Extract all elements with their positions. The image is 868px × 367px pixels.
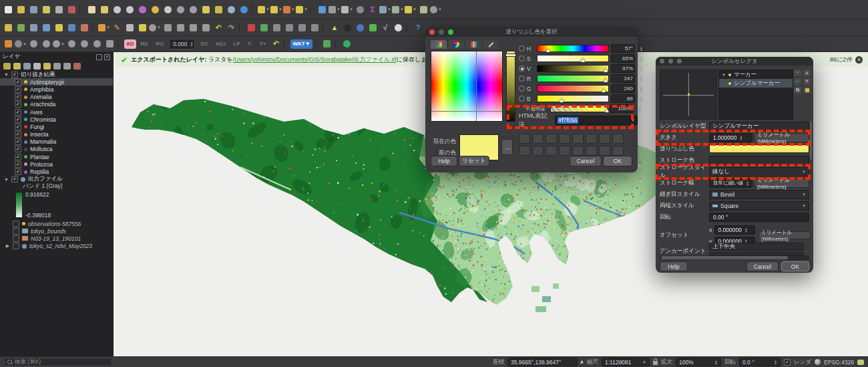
swatch-slot[interactable] [586,146,597,156]
trace-digitizing-icon[interactable]: ▼ [53,38,65,50]
offset-unit-combo[interactable]: ミリメートル (Millimeters) [758,231,811,239]
adjustment-adj[interactable]: ADJ [212,39,228,49]
layer-item-mammalia[interactable]: ✓Mammalia [0,138,113,146]
layer-checkbox[interactable]: ✓ [11,176,18,182]
help-icon[interactable]: ? [412,21,424,33]
scale-combo[interactable]: 1:1128081▼ [602,358,650,366]
color-square[interactable] [431,51,503,122]
stroke-style-combo[interactable]: 線なし▼ [709,167,809,176]
layer-item-mollusca[interactable]: ✓Mollusca [0,146,113,153]
topology-checker-2-icon[interactable] [40,38,52,50]
layer-checkbox[interactable]: ✓ [15,79,21,86]
panel-close-icon[interactable]: ✕ [104,54,110,60]
symbol-tree-marker-row[interactable]: ▼ マーカー [719,70,793,79]
ok-button[interactable]: OK [603,156,632,166]
add-wms-layer-icon[interactable] [78,21,90,33]
magnifier-value[interactable]: 100%▲▼ [676,358,721,366]
globe-plugin-icon[interactable] [341,21,353,33]
show-bookmarks-icon[interactable] [212,3,224,15]
collapse-all-icon[interactable] [63,63,71,70]
swatch-slot[interactable] [532,146,544,156]
layer-item-insecta[interactable]: ✓Insecta [0,131,113,138]
layer-item-output-file[interactable]: ▼✓出力ファイル [0,176,113,183]
crs-value[interactable]: EPSG:4326 [824,359,854,366]
select-features-icon[interactable]: ▼ [258,3,270,15]
histogram-tool-icon[interactable] [392,21,404,33]
ndvi-plugin-icon[interactable] [367,21,379,33]
layer-checkbox[interactable]: ✓ [15,154,21,160]
annotation-text-icon[interactable] [270,21,282,33]
redo-icon[interactable]: ↷ [225,21,237,33]
symbol-tree-simple-marker-row[interactable]: シンプルマーカー [719,79,793,88]
new-project-icon[interactable] [2,3,14,15]
ok-button[interactable]: OK [781,261,809,271]
swatch-slot[interactable] [612,146,624,156]
g-slider-radio[interactable] [519,86,525,92]
render-checkbox[interactable]: ✓ [784,359,791,366]
size-unit-combo[interactable]: ミリメートル (Millimeters) [754,133,809,142]
open-layer-styling-icon[interactable] [3,63,11,70]
open-project-icon[interactable] [15,3,27,15]
remove-layer-icon[interactable] [73,63,81,70]
move-down-button[interactable]: ▼ [803,78,811,85]
locator-search-input[interactable]: 検索 (⌘K) [4,358,112,366]
swatch-slot[interactable] [586,134,597,144]
add-feature-icon[interactable] [136,21,148,33]
manage-map-themes-icon[interactable] [23,63,31,70]
filter-by-expression-icon[interactable] [43,63,51,70]
rotation-value[interactable]: 0.0 °▲▼ [739,358,781,366]
topology-checker-1-icon[interactable] [27,38,39,50]
v-slider[interactable] [537,65,609,72]
b-slider[interactable] [537,95,609,102]
save-edits-icon[interactable] [124,21,136,33]
toggle-editing-icon[interactable]: ✎ [111,21,123,33]
v-slider-radio[interactable] [519,66,525,72]
tab-color-square[interactable] [431,40,447,49]
h-slider[interactable] [537,45,609,52]
annotation-line-icon[interactable] [283,21,295,33]
size-spinner[interactable]: 1.000000▲▼ [709,133,752,142]
annotation-marker-icon[interactable] [308,21,320,33]
new-report-icon[interactable] [53,3,65,15]
swatch-slot[interactable] [599,134,610,144]
add-delimited-text-icon[interactable] [53,21,65,33]
angle-value-spinner[interactable]: 0.000▲▼ [169,39,195,49]
layer-checkbox[interactable] [13,235,19,242]
attribute-table-icon[interactable]: ▼ [379,3,391,15]
run-feature-action-icon[interactable]: ▼ [329,3,341,15]
cut-features-icon[interactable] [174,21,186,33]
add-symbol-layer-button[interactable]: + [794,70,801,76]
layer-item-aves[interactable]: ✓Aves [0,108,113,116]
snapping-options-icon[interactable]: ▼ [15,38,27,50]
message-close-icon[interactable]: ✕ [855,56,863,64]
wkt-tool[interactable]: WKT▼ [290,39,312,49]
vertex-tool-icon[interactable]: ▼ [149,21,161,33]
swatch-slot[interactable] [612,134,624,144]
swatch-slot[interactable] [532,134,544,144]
b-slider-radio[interactable] [519,96,525,102]
undo-digitizing-icon[interactable]: ↶ [270,38,282,50]
refresh-map-icon[interactable] [238,3,250,15]
undo-icon[interactable]: ↶ [212,21,224,33]
layer-item-tokyo-s2-ndvi-may2023[interactable]: ▶tokyo_s2_ndvi_May2023 [0,243,113,250]
grid-snapping-icon[interactable] [103,38,116,50]
remove-symbol-layer-button[interactable]: − [794,78,801,85]
style-manager-icon[interactable] [65,3,77,15]
copy-features-icon[interactable] [187,21,199,33]
exported-file-link[interactable]: /Users/yshimizu/Documents/GIS/Sorabatake… [233,56,397,63]
cancel-button[interactable]: Cancel [570,156,602,166]
advanced-digitizing-ruler-icon[interactable] [2,38,14,50]
expand-all-icon[interactable] [53,63,61,70]
layer-checkbox[interactable]: ✓ [15,86,21,93]
add-raster-layer-icon[interactable] [27,21,39,33]
measure-icon[interactable]: ▼ [341,3,353,15]
share-plugin-icon[interactable] [341,38,353,50]
snap-common-angle-sc[interactable]: SC [198,39,210,49]
h-slider-radio[interactable] [519,45,525,51]
layer-item-observations-587556[interactable]: observations-587556 [0,220,113,227]
layer-item-protozoa[interactable]: ✓Protozoa [0,160,113,168]
fill-color-button[interactable] [709,144,809,153]
swatch-slot[interactable] [559,134,570,144]
stroke-width-unit-combo[interactable]: ミリメートル (Millimeters) [754,178,809,188]
duplicate-button[interactable]: ⧉ [794,87,801,94]
